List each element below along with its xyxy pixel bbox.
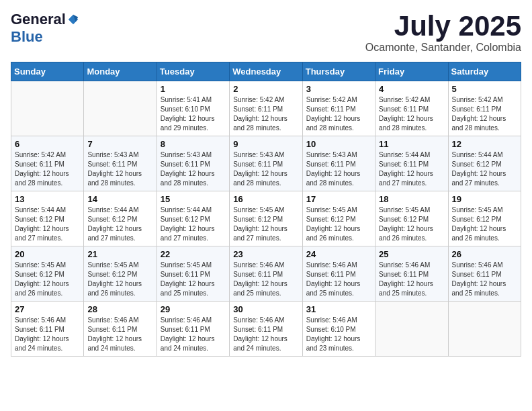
calendar-cell: 6Sunrise: 5:42 AM Sunset: 6:11 PM Daylig… (11, 136, 84, 191)
day-number: 28 (87, 304, 152, 314)
cell-info: Sunrise: 5:44 AM Sunset: 6:11 PM Dayligh… (379, 150, 444, 188)
cell-info: Sunrise: 5:45 AM Sunset: 6:12 PM Dayligh… (15, 261, 80, 298)
calendar-cell: 15Sunrise: 5:44 AM Sunset: 6:12 PM Dayli… (157, 191, 229, 246)
day-number: 19 (452, 194, 517, 204)
cell-info: Sunrise: 5:43 AM Sunset: 6:11 PM Dayligh… (233, 150, 298, 188)
calendar-header-row: SundayMondayTuesdayWednesdayThursdayFrid… (11, 62, 521, 81)
cell-info: Sunrise: 5:43 AM Sunset: 6:11 PM Dayligh… (87, 150, 152, 188)
cell-info: Sunrise: 5:46 AM Sunset: 6:11 PM Dayligh… (87, 316, 152, 353)
header-friday: Friday (375, 62, 448, 81)
day-number: 22 (161, 249, 226, 259)
day-number: 15 (161, 194, 226, 204)
logo: General Blue (11, 11, 81, 46)
day-number: 20 (15, 249, 80, 259)
cell-info: Sunrise: 5:46 AM Sunset: 6:11 PM Dayligh… (306, 261, 371, 298)
cell-info: Sunrise: 5:45 AM Sunset: 6:12 PM Dayligh… (306, 205, 371, 243)
calendar-cell: 13Sunrise: 5:44 AM Sunset: 6:12 PM Dayli… (11, 191, 84, 246)
day-number: 24 (306, 249, 371, 259)
cell-info: Sunrise: 5:44 AM Sunset: 6:12 PM Dayligh… (87, 205, 152, 243)
header-wednesday: Wednesday (230, 62, 302, 81)
calendar-cell (448, 302, 521, 357)
calendar-week-row: 13Sunrise: 5:44 AM Sunset: 6:12 PM Dayli… (11, 191, 521, 246)
calendar-week-row: 1Sunrise: 5:41 AM Sunset: 6:10 PM Daylig… (11, 81, 521, 136)
header-saturday: Saturday (448, 62, 521, 81)
day-number: 9 (233, 139, 298, 149)
calendar-cell: 26Sunrise: 5:46 AM Sunset: 6:11 PM Dayli… (448, 246, 521, 302)
logo-general-text: General (11, 11, 66, 28)
cell-info: Sunrise: 5:41 AM Sunset: 6:10 PM Dayligh… (161, 95, 226, 133)
calendar-cell: 30Sunrise: 5:46 AM Sunset: 6:11 PM Dayli… (230, 302, 302, 357)
cell-info: Sunrise: 5:46 AM Sunset: 6:10 PM Dayligh… (306, 316, 371, 353)
calendar-cell: 16Sunrise: 5:45 AM Sunset: 6:12 PM Dayli… (230, 191, 302, 246)
cell-info: Sunrise: 5:45 AM Sunset: 6:12 PM Dayligh… (452, 205, 517, 243)
cell-info: Sunrise: 5:43 AM Sunset: 6:11 PM Dayligh… (161, 150, 226, 188)
calendar-cell: 22Sunrise: 5:45 AM Sunset: 6:11 PM Dayli… (157, 246, 229, 302)
calendar-cell: 29Sunrise: 5:46 AM Sunset: 6:11 PM Dayli… (157, 302, 229, 357)
calendar-cell: 25Sunrise: 5:46 AM Sunset: 6:11 PM Dayli… (375, 246, 448, 302)
header-tuesday: Tuesday (157, 62, 229, 81)
cell-info: Sunrise: 5:44 AM Sunset: 6:12 PM Dayligh… (452, 150, 517, 188)
cell-info: Sunrise: 5:42 AM Sunset: 6:11 PM Dayligh… (15, 150, 80, 188)
calendar-cell: 11Sunrise: 5:44 AM Sunset: 6:11 PM Dayli… (375, 136, 448, 191)
calendar-cell: 7Sunrise: 5:43 AM Sunset: 6:11 PM Daylig… (84, 136, 157, 191)
day-number: 4 (379, 84, 444, 94)
calendar-cell: 4Sunrise: 5:42 AM Sunset: 6:11 PM Daylig… (375, 81, 448, 136)
calendar-cell: 31Sunrise: 5:46 AM Sunset: 6:10 PM Dayli… (302, 302, 375, 357)
calendar-cell: 19Sunrise: 5:45 AM Sunset: 6:12 PM Dayli… (448, 191, 521, 246)
calendar-cell: 3Sunrise: 5:42 AM Sunset: 6:11 PM Daylig… (302, 81, 375, 136)
day-number: 31 (306, 304, 371, 314)
page-header: General Blue July 2025 Ocamonte, Santand… (11, 11, 521, 54)
location-subtitle: Ocamonte, Santander, Colombia (365, 42, 521, 54)
cell-info: Sunrise: 5:46 AM Sunset: 6:11 PM Dayligh… (452, 261, 517, 298)
day-number: 12 (452, 139, 517, 149)
day-number: 7 (87, 139, 152, 149)
header-thursday: Thursday (302, 62, 375, 81)
day-number: 21 (87, 249, 152, 259)
day-number: 13 (15, 194, 80, 204)
calendar-cell: 2Sunrise: 5:42 AM Sunset: 6:11 PM Daylig… (230, 81, 302, 136)
calendar-cell: 27Sunrise: 5:46 AM Sunset: 6:11 PM Dayli… (11, 302, 84, 357)
day-number: 1 (161, 84, 226, 94)
day-number: 30 (233, 304, 298, 314)
day-number: 8 (161, 139, 226, 149)
calendar-cell (84, 81, 157, 136)
calendar-table: SundayMondayTuesdayWednesdayThursdayFrid… (11, 62, 521, 357)
day-number: 16 (233, 194, 298, 204)
calendar-cell: 18Sunrise: 5:45 AM Sunset: 6:12 PM Dayli… (375, 191, 448, 246)
cell-info: Sunrise: 5:45 AM Sunset: 6:12 PM Dayligh… (233, 205, 298, 243)
cell-info: Sunrise: 5:42 AM Sunset: 6:11 PM Dayligh… (452, 95, 517, 133)
day-number: 29 (161, 304, 226, 314)
cell-info: Sunrise: 5:45 AM Sunset: 6:12 PM Dayligh… (379, 205, 444, 243)
cell-info: Sunrise: 5:42 AM Sunset: 6:11 PM Dayligh… (379, 95, 444, 133)
calendar-cell: 12Sunrise: 5:44 AM Sunset: 6:12 PM Dayli… (448, 136, 521, 191)
calendar-cell: 28Sunrise: 5:46 AM Sunset: 6:11 PM Dayli… (84, 302, 157, 357)
cell-info: Sunrise: 5:45 AM Sunset: 6:11 PM Dayligh… (161, 261, 226, 298)
calendar-cell: 23Sunrise: 5:46 AM Sunset: 6:11 PM Dayli… (230, 246, 302, 302)
day-number: 17 (306, 194, 371, 204)
day-number: 23 (233, 249, 298, 259)
calendar-cell: 5Sunrise: 5:42 AM Sunset: 6:11 PM Daylig… (448, 81, 521, 136)
day-number: 11 (379, 139, 444, 149)
day-number: 25 (379, 249, 444, 259)
header-sunday: Sunday (11, 62, 84, 81)
cell-info: Sunrise: 5:46 AM Sunset: 6:11 PM Dayligh… (15, 316, 80, 353)
cell-info: Sunrise: 5:44 AM Sunset: 6:12 PM Dayligh… (15, 205, 80, 243)
title-section: July 2025 Ocamonte, Santander, Colombia (365, 11, 521, 54)
header-monday: Monday (84, 62, 157, 81)
calendar-cell: 8Sunrise: 5:43 AM Sunset: 6:11 PM Daylig… (157, 136, 229, 191)
calendar-cell: 17Sunrise: 5:45 AM Sunset: 6:12 PM Dayli… (302, 191, 375, 246)
calendar-cell: 14Sunrise: 5:44 AM Sunset: 6:12 PM Dayli… (84, 191, 157, 246)
cell-info: Sunrise: 5:46 AM Sunset: 6:11 PM Dayligh… (379, 261, 444, 298)
cell-info: Sunrise: 5:46 AM Sunset: 6:11 PM Dayligh… (233, 261, 298, 298)
calendar-week-row: 20Sunrise: 5:45 AM Sunset: 6:12 PM Dayli… (11, 246, 521, 302)
logo-blue-text: Blue (11, 28, 43, 46)
cell-info: Sunrise: 5:44 AM Sunset: 6:12 PM Dayligh… (161, 205, 226, 243)
day-number: 10 (306, 139, 371, 149)
calendar-week-row: 6Sunrise: 5:42 AM Sunset: 6:11 PM Daylig… (11, 136, 521, 191)
calendar-cell: 21Sunrise: 5:45 AM Sunset: 6:12 PM Dayli… (84, 246, 157, 302)
calendar-cell: 1Sunrise: 5:41 AM Sunset: 6:10 PM Daylig… (157, 81, 229, 136)
calendar-cell (11, 81, 84, 136)
day-number: 2 (233, 84, 298, 94)
calendar-cell: 9Sunrise: 5:43 AM Sunset: 6:11 PM Daylig… (230, 136, 302, 191)
cell-info: Sunrise: 5:46 AM Sunset: 6:11 PM Dayligh… (161, 316, 226, 353)
